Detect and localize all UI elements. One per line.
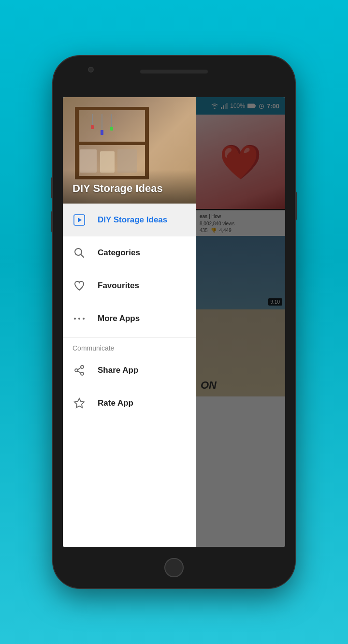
phone-container: 100% 7:00 ❤️: [53, 56, 295, 588]
side-button-left-top[interactable]: [51, 177, 53, 199]
menu-item-diy-label: DIY Storage Ideas: [98, 215, 167, 225]
svg-marker-21: [74, 398, 84, 408]
heart-icon: [72, 279, 86, 293]
phone-top-bar: [53, 56, 295, 97]
dim-overlay: [188, 97, 285, 547]
svg-line-19: [78, 367, 81, 369]
menu-item-rate-app-label: Rate App: [98, 398, 133, 408]
menu-item-more-apps[interactable]: More Apps: [63, 302, 196, 335]
menu-header-title: DIY Storage Ideas: [72, 182, 163, 195]
svg-point-13: [74, 318, 76, 320]
speaker: [140, 70, 208, 73]
star-icon: [72, 396, 86, 410]
communicate-section-label: Communicate: [63, 339, 196, 354]
menu-item-rate-app[interactable]: Rate App: [63, 387, 196, 420]
menu-item-more-apps-label: More Apps: [98, 314, 140, 323]
svg-point-18: [75, 369, 78, 372]
camera: [88, 67, 94, 73]
menu-item-favourites-label: Favourites: [98, 281, 139, 291]
svg-marker-10: [78, 218, 82, 222]
menu-item-diy[interactable]: DIY Storage Ideas: [63, 204, 196, 236]
menu-item-categories[interactable]: Categories: [63, 236, 196, 269]
dots-icon: [72, 312, 86, 325]
menu-item-share-app[interactable]: Share App: [63, 354, 196, 387]
search-icon: [72, 246, 86, 260]
menu-header: DIY Storage Ideas: [63, 97, 196, 204]
svg-point-15: [83, 318, 85, 320]
svg-line-12: [81, 255, 84, 258]
home-button[interactable]: [164, 558, 184, 577]
play-icon: [72, 213, 86, 227]
menu-items-list: DIY Storage Ideas Categories: [63, 204, 196, 547]
svg-point-17: [81, 372, 84, 375]
svg-line-20: [78, 371, 81, 373]
phone-screen: 100% 7:00 ❤️: [63, 97, 285, 547]
menu-item-share-app-label: Share App: [98, 366, 138, 375]
menu-drawer: DIY Storage Ideas DIY Storage Ideas: [63, 97, 196, 547]
menu-item-categories-label: Categories: [98, 248, 140, 258]
menu-divider: [63, 337, 196, 337]
svg-point-14: [78, 318, 80, 320]
side-button-right[interactable]: [295, 191, 297, 220]
phone-bottom-bar: [53, 547, 295, 588]
side-button-left-bottom[interactable]: [51, 211, 53, 233]
share-icon: [72, 364, 86, 377]
menu-item-favourites[interactable]: Favourites: [63, 269, 196, 302]
svg-point-16: [81, 366, 84, 368]
